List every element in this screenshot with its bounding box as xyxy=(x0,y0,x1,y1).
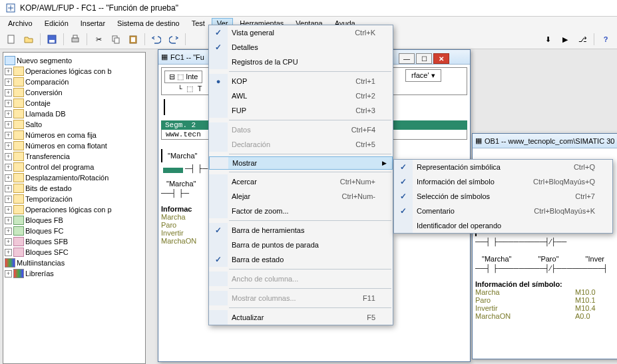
symbol-row: ParoM10.1 xyxy=(475,296,617,304)
menu-item-kop[interactable]: ●KOPCtrl+1 xyxy=(209,74,393,89)
tree-item[interactable]: + Números en coma fija xyxy=(5,130,144,140)
copy-icon[interactable] xyxy=(108,32,123,47)
menu-item-alejar[interactable]: AlejarCtrl+Num- xyxy=(209,189,393,204)
help-icon[interactable]: ? xyxy=(598,32,613,47)
menu-insertar[interactable]: Insertar xyxy=(75,18,110,29)
redo-icon[interactable] xyxy=(166,32,181,47)
menu-item-label: KOP xyxy=(232,77,335,85)
expander-icon[interactable]: + xyxy=(5,132,12,139)
expander-icon[interactable]: + xyxy=(5,185,12,192)
menu-item-label: FUP xyxy=(232,106,335,114)
run-arrow-icon[interactable]: ▶ xyxy=(558,32,572,47)
menu-item-mostrar[interactable]: Mostrar▶ xyxy=(209,156,393,170)
paste-icon[interactable] xyxy=(126,32,140,47)
tree-item[interactable]: + Librerías xyxy=(5,268,144,279)
tree-item[interactable]: + Bloques FC xyxy=(5,226,144,236)
tree-item-label: Bits de estado xyxy=(25,184,72,192)
menu-test[interactable]: Test xyxy=(186,18,210,29)
menu-item-factor-de-zoom-[interactable]: Factor de zoom... xyxy=(209,204,393,218)
branch-icon[interactable]: ⎇ xyxy=(575,32,590,47)
menu-item-acercar[interactable]: AcercarCtrl+Num+ xyxy=(209,174,393,189)
app-icon xyxy=(5,3,16,13)
expander-icon[interactable]: + xyxy=(5,228,12,235)
menu-edición[interactable]: Edición xyxy=(39,18,74,29)
expander-icon[interactable]: + xyxy=(5,270,12,277)
tree-item[interactable]: + Transferencia xyxy=(5,151,144,162)
close-button[interactable]: ✕ xyxy=(433,53,449,64)
open-icon[interactable] xyxy=(21,32,36,47)
tree-item[interactable]: + Operaciones lógicas con b xyxy=(5,66,144,77)
menu-item-registros-de-la-cpu[interactable]: Registros de la CPU xyxy=(209,55,393,69)
expander-icon[interactable]: + xyxy=(5,79,12,86)
menu-item-label: Actualizar xyxy=(232,313,347,321)
cut-icon[interactable]: ✂ xyxy=(91,32,106,47)
menu-item-vista-general[interactable]: ✓Vista generalCtrl+K xyxy=(209,25,393,40)
menu-item-label: Declaración xyxy=(232,140,335,148)
undo-icon[interactable] xyxy=(149,32,164,47)
tree-item[interactable]: + Comparación xyxy=(5,77,144,87)
check-icon: ✓ xyxy=(400,192,407,201)
menu-item-comentario[interactable]: ✓ComentarioCtrl+BloqMayús+K xyxy=(394,204,612,218)
ob1-titlebar[interactable]: ▦ OB1 -- www_tecnoplc_com\SIMATIC 30 xyxy=(473,134,617,148)
menu-item-barra-de-herramientas[interactable]: ✓Barra de herramientas xyxy=(209,223,393,238)
menu-item-actualizar[interactable]: ActualizarF5 xyxy=(209,310,393,325)
menu-item-barra-de-estado[interactable]: ✓Barra de estado xyxy=(209,252,393,267)
tree-item[interactable]: + Llamada DB xyxy=(5,108,144,119)
menu-item-identificador-del-operando[interactable]: Identificador del operando xyxy=(394,218,612,233)
expander-icon[interactable]: + xyxy=(5,164,12,171)
download-icon[interactable]: ⬇ xyxy=(540,32,555,47)
expander-icon[interactable]: + xyxy=(5,196,12,203)
tree-item[interactable]: + Bloques SFC xyxy=(5,247,144,258)
menu-archivo[interactable]: Archivo xyxy=(3,18,38,29)
tree-item-label: Operaciones lógicas con b xyxy=(25,67,112,75)
tree-item[interactable]: + Bits de estado xyxy=(5,183,144,194)
menu-item-informaci-n-del-s-mbolo[interactable]: ✓Información del símboloCtrl+BloqMayús+Q xyxy=(394,174,612,189)
shortcut-label: Ctrl+K xyxy=(355,29,375,37)
folder-icon xyxy=(13,237,24,246)
menu-item-label: Comentario xyxy=(417,207,514,215)
expander-icon[interactable]: + xyxy=(5,100,12,107)
expander-icon[interactable]: + xyxy=(5,153,12,160)
expander-icon[interactable]: + xyxy=(5,142,12,150)
expander-icon[interactable]: + xyxy=(5,110,12,118)
menu-item-awl[interactable]: AWLCtrl+2 xyxy=(209,89,393,103)
expander-icon[interactable]: + xyxy=(5,238,12,246)
tree-item[interactable]: + Números en coma flotant xyxy=(5,140,144,151)
tree-item[interactable]: + Bloques SFB xyxy=(5,236,144,247)
maximize-button[interactable]: ☐ xyxy=(416,53,432,64)
shortcut-label: Ctrl+7 xyxy=(575,192,595,200)
tree-item[interactable]: Nuevo segmento xyxy=(5,55,144,66)
expander-icon[interactable]: + xyxy=(5,68,12,75)
minimize-button[interactable]: — xyxy=(399,53,415,64)
menu-item-barra-de-puntos-de-parada[interactable]: Barra de puntos de parada xyxy=(209,238,393,252)
svg-rect-7 xyxy=(114,38,119,43)
menu-item-selecci-n-de-s-mbolos[interactable]: ✓Selección de símbolosCtrl+7 xyxy=(394,189,612,204)
tree-item[interactable]: + Conversión xyxy=(5,87,144,98)
menu-item-representaci-n-simb-lica[interactable]: ✓Representación simbólicaCtrl+Q xyxy=(394,160,612,174)
interface-dropdown[interactable]: rface' ▾ xyxy=(405,69,441,82)
tree-item[interactable]: + Temporización xyxy=(5,194,144,204)
expander-icon[interactable]: + xyxy=(5,217,12,224)
operations-tree-panel: Nuevo segmento+ Operaciones lógicas con … xyxy=(3,52,146,364)
tree-item[interactable]: + Desplazamiento/Rotación xyxy=(5,172,144,183)
tree-item-label: Contaje xyxy=(25,99,51,107)
print-icon[interactable] xyxy=(68,32,83,47)
tree-item[interactable]: + Operaciones lógicas con p xyxy=(5,204,144,215)
expander-icon[interactable]: + xyxy=(5,121,12,128)
menu-item-detalles[interactable]: ✓Detalles xyxy=(209,40,393,55)
menu-item-label: Factor de zoom... xyxy=(232,207,375,215)
new-icon[interactable] xyxy=(4,32,19,47)
tree-item[interactable]: + Contaje xyxy=(5,98,144,108)
tree-item[interactable]: + Control del programa xyxy=(5,162,144,172)
tree-item[interactable]: Multiinstancias xyxy=(5,258,144,268)
save-icon[interactable] xyxy=(45,32,59,47)
expander-icon[interactable]: + xyxy=(5,174,12,182)
menu-sistema-de-destino[interactable]: Sistema de destino xyxy=(112,18,185,29)
tree-item[interactable]: + Bloques FB xyxy=(5,215,144,226)
expander-icon[interactable]: + xyxy=(5,89,12,96)
menu-item-fup[interactable]: FUPCtrl+3 xyxy=(209,103,393,118)
shortcut-label: F5 xyxy=(367,313,375,321)
expander-icon[interactable]: + xyxy=(5,206,12,214)
tree-item[interactable]: + Salto xyxy=(5,119,144,130)
expander-icon[interactable]: + xyxy=(5,249,12,256)
